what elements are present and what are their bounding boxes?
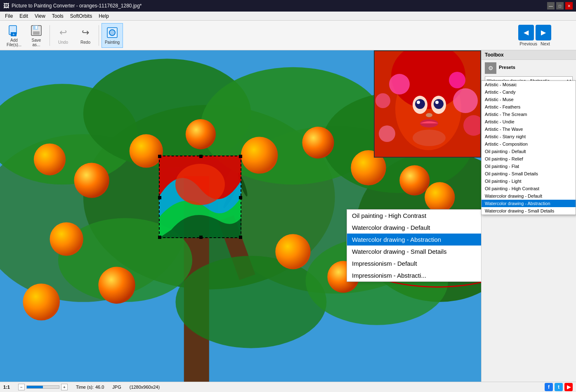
minimize-button[interactable]: — — [547, 2, 555, 9]
toolbox-title: Toolbox — [485, 52, 504, 58]
zoom-control: 1:1 — [3, 385, 10, 390]
time-label: Time (s): — [76, 385, 94, 390]
painting-label: Painting — [105, 40, 120, 45]
dimensions-value: (1280x960x24) — [130, 385, 160, 390]
preset-item-16[interactable]: Watercolor drawing - Abstraction — [482, 200, 576, 207]
preset-item-5[interactable]: Artistic - Undie — [482, 118, 576, 125]
preset-item-17[interactable]: Watercolor drawing - Small Details — [482, 207, 576, 215]
zoom-slider-fill — [27, 386, 43, 388]
expanded-dropdown[interactable]: Oil painting - High Contrast Watercolor … — [347, 209, 481, 282]
previous-label: Previous — [519, 41, 537, 46]
save-as-label: Saveas... — [32, 38, 41, 47]
preset-item-8[interactable]: Artistic - Composition — [482, 140, 576, 148]
preset-item-0[interactable]: Artistic - Mosaic — [482, 81, 576, 88]
zoom-buttons: − + — [18, 384, 68, 390]
save-as-button[interactable]: Saveas... — [26, 23, 47, 48]
preset-item-6[interactable]: Artistic - The Wave — [482, 125, 576, 133]
dropdown-item-2[interactable]: Watercolor drawing - Abstraction — [347, 234, 481, 246]
preset-item-4[interactable]: Artistic - The Scream — [482, 111, 576, 118]
nav-arrows: ◀ ▶ — [518, 25, 551, 40]
sel-handle-tr — [239, 155, 242, 158]
toolbox-header: Toolbox — [482, 50, 576, 60]
preset-item-3[interactable]: Artistic - Feathers — [482, 103, 576, 111]
preset-item-9[interactable]: Oil painting - Default — [482, 148, 576, 155]
preset-item-2[interactable]: Artistic - Muse — [482, 96, 576, 103]
svg-point-54 — [413, 130, 446, 146]
svg-point-52 — [426, 113, 432, 117]
sel-handle-lm — [158, 196, 161, 199]
toolbox: Toolbox ⚙ Presets Watercolor drawing - A… — [481, 50, 576, 382]
dropdown-item-5[interactable]: Impressionism - Abstracti... — [347, 269, 481, 281]
add-file-icon: + — [7, 24, 21, 37]
svg-point-32 — [98, 267, 135, 303]
svg-rect-5 — [33, 31, 40, 35]
next-button[interactable]: ▶ — [536, 25, 551, 40]
prev-arrow-icon: ◀ — [524, 28, 529, 36]
preset-item-14[interactable]: Oil painting - High Contrast — [482, 185, 576, 192]
close-button[interactable]: ✕ — [565, 2, 573, 9]
menu-file[interactable]: File — [2, 12, 16, 20]
zoom-in-button[interactable]: + — [61, 384, 68, 390]
svg-point-27 — [241, 137, 278, 173]
next-label: Next — [541, 41, 550, 46]
menu-help[interactable]: Help — [95, 12, 112, 20]
social-links: f t ▶ — [545, 383, 573, 391]
sel-handle-tl — [158, 155, 161, 158]
dropdown-item-4[interactable]: Impressionism - Default — [347, 257, 481, 269]
twitter-icon[interactable]: t — [555, 383, 563, 391]
svg-point-28 — [302, 127, 334, 158]
zoom-out-button[interactable]: − — [18, 384, 25, 390]
time-display: Time (s): 46.0 — [76, 385, 104, 390]
svg-point-51 — [435, 101, 439, 104]
preset-item-7[interactable]: Artistic - Starry night — [482, 133, 576, 140]
sel-handle-bl — [158, 236, 161, 239]
undo-button[interactable]: ↩ Undo — [52, 23, 74, 48]
svg-point-33 — [275, 234, 310, 269]
canvas-area[interactable]: Oil painting - High Contrast Watercolor … — [0, 50, 481, 382]
facebook-icon[interactable]: f — [545, 383, 553, 391]
preset-item-11[interactable]: Oil painting - Flat — [482, 163, 576, 170]
menu-edit[interactable]: Edit — [16, 12, 31, 20]
preset-dropdown-overlay[interactable]: Artistic - Mosaic Artistic - Candy Artis… — [481, 80, 576, 215]
dropdown-item-0[interactable]: Oil painting - High Contrast — [347, 210, 481, 222]
undo-icon: ↩ — [57, 26, 70, 39]
svg-point-44 — [449, 72, 465, 88]
preset-item-10[interactable]: Oil painting - Relief — [482, 155, 576, 163]
menu-softorbits[interactable]: SoftOrbits — [67, 12, 95, 20]
toolbar: + Add File(s)... Saveas... ↩ Undo ↪ Redo — [0, 21, 576, 50]
preset-item-1[interactable]: Artistic - Candy — [482, 88, 576, 96]
preview-image — [375, 51, 481, 158]
preset-item-15[interactable]: Watercolor drawing - Default — [482, 192, 576, 200]
dropdown-item-3[interactable]: Watercolor drawing - Small Details — [347, 246, 481, 257]
add-file-button[interactable]: + Add File(s)... — [3, 23, 25, 48]
svg-point-50 — [417, 101, 420, 104]
zoom-slider[interactable] — [26, 385, 59, 389]
svg-point-43 — [389, 74, 410, 94]
redo-label: Redo — [80, 40, 90, 45]
youtube-icon[interactable]: ▶ — [564, 383, 573, 391]
svg-point-49 — [434, 99, 444, 109]
preset-item-13[interactable]: Oil painting - Light — [482, 177, 576, 185]
selection-box[interactable] — [159, 156, 241, 238]
status-bar: 1:1 − + Time (s): 46.0 JPG (1280x960x24)… — [0, 382, 576, 392]
sel-handle-rm — [239, 196, 242, 199]
svg-point-23 — [34, 144, 66, 175]
menu-tools[interactable]: Tools — [49, 12, 67, 20]
menu-bar: File Edit View Tools SoftOrbits Help — [0, 12, 576, 21]
svg-point-45 — [453, 88, 478, 113]
zoom-value: 1:1 — [3, 385, 10, 390]
previous-button[interactable]: ◀ — [518, 25, 534, 40]
menu-view[interactable]: View — [31, 12, 49, 20]
maximize-button[interactable]: □ — [556, 2, 564, 9]
redo-button[interactable]: ↪ Redo — [75, 23, 96, 48]
painting-button[interactable]: Painting — [102, 23, 123, 48]
sel-handle-bm — [199, 236, 203, 239]
preset-item-12[interactable]: Oil painting - Small Details — [482, 170, 576, 177]
app-icon: 🖼 — [3, 2, 9, 9]
dropdown-item-1[interactable]: Watercolor drawing - Default — [347, 222, 481, 234]
svg-point-25 — [130, 134, 163, 168]
svg-point-57 — [375, 93, 390, 108]
undo-label: Undo — [58, 40, 68, 45]
nav-section: ◀ ▶ Previous Next — [518, 25, 551, 46]
svg-rect-6 — [35, 26, 37, 29]
